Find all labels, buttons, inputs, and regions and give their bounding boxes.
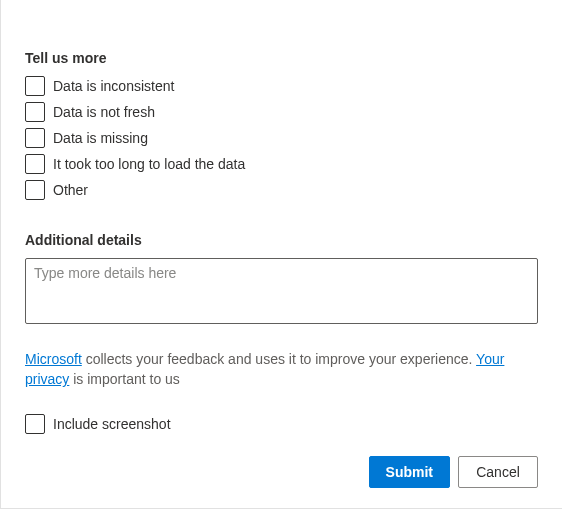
feedback-panel: Tell us more Data is inconsistent Data i…	[0, 0, 562, 509]
info-text-1: collects your feedback and uses it to im…	[82, 351, 476, 367]
info-text-2: is important to us	[69, 371, 180, 387]
checkbox-include-screenshot[interactable]: Include screenshot	[25, 414, 538, 434]
submit-button[interactable]: Submit	[369, 456, 450, 488]
checkbox-icon	[25, 154, 45, 174]
checkbox-icon	[25, 102, 45, 122]
checkbox-label: Include screenshot	[53, 416, 171, 432]
checkbox-other[interactable]: Other	[25, 180, 538, 200]
checkbox-too-long[interactable]: It took too long to load the data	[25, 154, 538, 174]
checkbox-label: It took too long to load the data	[53, 156, 245, 172]
checkbox-data-inconsistent[interactable]: Data is inconsistent	[25, 76, 538, 96]
tell-us-more-title: Tell us more	[25, 50, 538, 66]
info-text: Microsoft collects your feedback and use…	[25, 349, 538, 390]
additional-details-input[interactable]	[25, 258, 538, 324]
checkbox-data-missing[interactable]: Data is missing	[25, 128, 538, 148]
checkbox-label: Other	[53, 182, 88, 198]
checkbox-icon	[25, 180, 45, 200]
microsoft-link[interactable]: Microsoft	[25, 351, 82, 367]
checkbox-icon	[25, 76, 45, 96]
checkbox-label: Data is not fresh	[53, 104, 155, 120]
footer-buttons: Submit Cancel	[369, 456, 538, 488]
checkbox-label: Data is inconsistent	[53, 78, 174, 94]
checkbox-data-not-fresh[interactable]: Data is not fresh	[25, 102, 538, 122]
additional-details-title: Additional details	[25, 232, 538, 248]
checkbox-label: Data is missing	[53, 130, 148, 146]
cancel-button[interactable]: Cancel	[458, 456, 538, 488]
checkbox-icon	[25, 414, 45, 434]
checkbox-icon	[25, 128, 45, 148]
